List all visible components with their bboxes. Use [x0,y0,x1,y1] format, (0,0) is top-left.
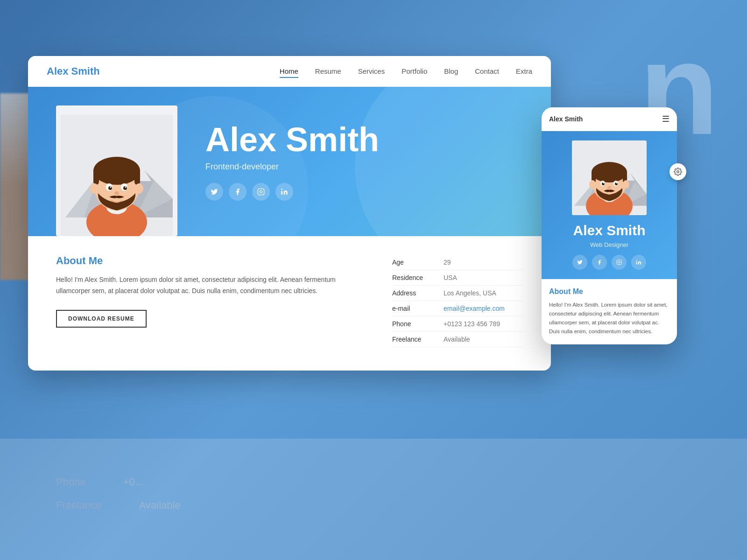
info-row-age: Age 29 [392,255,523,270]
info-row-email: e-mail email@example.com [392,301,523,316]
about-title-accent: Me [89,255,103,266]
svg-rect-23 [258,189,264,195]
svg-rect-50 [617,260,621,265]
nav-link-extra[interactable]: Extra [516,67,532,77]
svg-point-48 [616,182,617,183]
desktop-hero-name: Alex Smith [205,123,379,156]
nav-link-portfolio[interactable]: Portfolio [402,67,427,77]
desktop-info-table: Age 29 Residence USA Address Los Angeles… [392,255,523,347]
info-label-phone: Phone [392,320,430,328]
desktop-hero-info: Alex Smith Frontend-developer [205,123,379,201]
mobile-nav: Alex Smith ☰ [542,107,677,131]
svg-point-26 [677,171,679,173]
info-value-age: 29 [444,259,451,266]
mobile-social-instagram[interactable] [612,255,627,270]
download-resume-button[interactable]: DOWNLOAD RESUME [56,310,147,328]
nav-link-resume[interactable]: Resume [315,67,341,77]
mobile-social-twitter[interactable] [572,255,587,270]
social-facebook[interactable] [229,183,247,201]
info-value-address: Los Angeles, USA [444,289,496,297]
info-row-residence: Residence USA [392,270,523,286]
desktop-about-left: About Me Hello! I'm Alex Smith. Lorem ip… [56,255,355,347]
info-value-residence: USA [444,274,457,281]
nav-link-blog[interactable]: Blog [444,67,458,77]
mobile-menu-icon[interactable]: ☰ [662,114,669,124]
info-label-residence: Residence [392,274,430,281]
info-row-freelance: Freelance Available [392,332,523,347]
mobile-social-linkedin[interactable] [631,255,646,270]
svg-point-49 [607,186,611,189]
desktop-about-section: About Me Hello! I'm Alex Smith. Lorem ip… [28,236,551,371]
mobile-about-text: Hello! I'm Alex Smith. Lorem ipsum dolor… [549,301,669,336]
svg-point-14 [90,183,99,194]
desktop-avatar-svg [61,115,173,236]
social-linkedin[interactable] [275,183,293,201]
about-title-plain: About [56,255,89,266]
desktop-about-text: Hello! I'm Alex Smith. Lorem ipsum dolor… [56,274,355,297]
mobile-hero-name: Alex Smith [573,223,645,238]
svg-rect-13 [134,168,140,185]
info-value-phone: +0123 123 456 789 [444,320,500,328]
mobile-hero: Alex Smith Web Designer [542,131,677,279]
desktop-hero-socials [205,183,379,201]
svg-point-41 [589,180,596,189]
svg-point-21 [125,187,127,188]
svg-point-15 [135,183,143,194]
mobile-about-section: About Me Hello! I'm Alex Smith. Lorem ip… [542,279,677,344]
mobile-avatar-svg [572,140,647,215]
mobile-social-facebook[interactable] [592,255,607,270]
nav-link-contact[interactable]: Contact [475,67,499,77]
desktop-avatar-box [56,105,177,236]
info-label-age: Age [392,259,430,266]
blurred-phone-label: Phone [56,476,86,488]
nav-link-services[interactable]: Services [358,67,385,77]
info-value-freelance: Available [444,336,470,343]
svg-point-25 [281,189,282,190]
mobile-card: Alex Smith ☰ [542,107,677,344]
svg-point-11 [93,157,140,185]
social-twitter[interactable] [205,183,223,201]
info-label-freelance: Freelance [392,336,430,343]
mobile-avatar-box [572,140,647,215]
svg-point-20 [110,187,112,188]
svg-rect-12 [93,168,99,185]
blurred-freelance-value: Available [139,499,181,511]
blurred-phone-value: +0... [123,476,143,488]
svg-point-38 [592,162,627,182]
mobile-hero-socials [572,255,646,270]
desktop-nav-links: Home Resume Services Portfolio Blog Cont… [280,67,532,76]
svg-point-47 [603,182,604,183]
gear-icon-float[interactable] [669,163,686,180]
mobile-about-plain: About [549,287,573,295]
svg-point-42 [623,180,629,189]
desktop-nav: Alex Smith Home Resume Services Portfoli… [28,56,551,87]
info-label-email: e-mail [392,305,430,312]
logo-accent: Smith [71,65,100,77]
desktop-about-title: About Me [56,255,355,267]
mobile-nav-title: Alex Smith [549,115,583,123]
desktop-hero: Alex Smith Frontend-developer [28,87,551,236]
blurred-freelance-label: Freelance [56,499,102,511]
social-instagram[interactable] [252,183,270,201]
svg-point-52 [636,260,637,261]
info-row-phone: Phone +0123 123 456 789 [392,316,523,332]
info-value-email[interactable]: email@example.com [444,305,505,312]
nav-link-home[interactable]: Home [280,67,298,78]
mobile-about-accent: Me [573,287,583,295]
info-row-address: Address Los Angeles, USA [392,286,523,301]
mobile-about-title: About Me [549,287,669,296]
svg-point-22 [114,191,119,195]
info-label-address: Address [392,289,430,297]
mobile-hero-title: Web Designer [590,241,628,248]
desktop-logo: Alex Smith [47,65,280,77]
logo-plain: Alex [47,65,71,77]
desktop-card: Alex Smith Home Resume Services Portfoli… [28,56,551,371]
desktop-hero-title: Frontend-developer [205,162,379,172]
blurred-bottom-section: Phone +0... Freelance Available [0,439,747,560]
